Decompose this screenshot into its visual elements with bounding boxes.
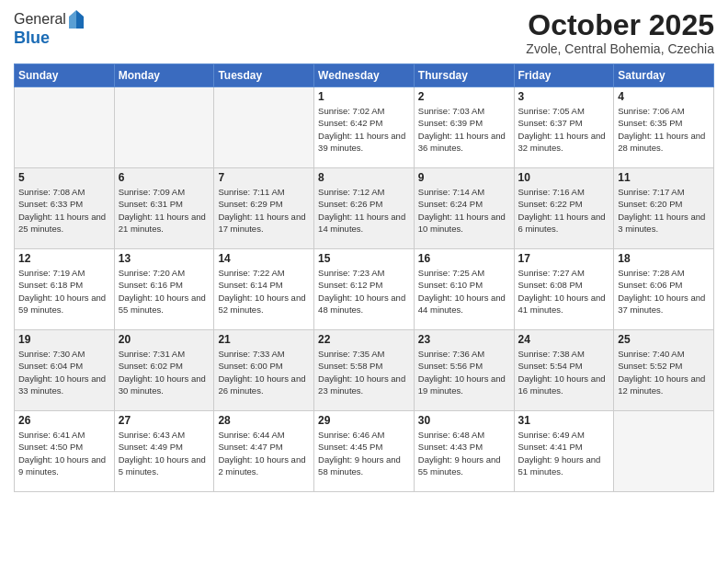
logo-icon bbox=[68, 9, 85, 29]
table-row: 19Sunrise: 7:30 AMSunset: 6:04 PMDayligh… bbox=[15, 330, 115, 411]
col-sunday: Sunday bbox=[15, 64, 115, 87]
day-info: Sunrise: 7:17 AMSunset: 6:20 PMDaylight:… bbox=[618, 186, 710, 235]
day-number: 4 bbox=[618, 90, 710, 103]
day-info: Sunrise: 6:41 AMSunset: 4:50 PMDaylight:… bbox=[18, 429, 110, 477]
header: General Blue October 2025 Zvole, Central… bbox=[14, 9, 714, 56]
day-number: 31 bbox=[518, 414, 610, 427]
day-number: 7 bbox=[218, 171, 310, 184]
day-number: 5 bbox=[18, 171, 110, 184]
table-row: 16Sunrise: 7:25 AMSunset: 6:10 PMDayligh… bbox=[414, 249, 514, 330]
day-number: 14 bbox=[218, 252, 310, 265]
day-number: 28 bbox=[218, 414, 310, 427]
calendar-week-row: 1Sunrise: 7:02 AMSunset: 6:42 PMDaylight… bbox=[15, 87, 714, 168]
day-number: 3 bbox=[518, 90, 610, 103]
day-number: 9 bbox=[418, 171, 510, 184]
col-tuesday: Tuesday bbox=[214, 64, 314, 87]
day-number: 13 bbox=[119, 252, 210, 265]
day-number: 25 bbox=[618, 333, 710, 346]
title-block: October 2025 Zvole, Central Bohemia, Cze… bbox=[526, 9, 714, 56]
col-friday: Friday bbox=[514, 64, 614, 87]
day-number: 1 bbox=[318, 90, 410, 103]
day-number: 6 bbox=[119, 171, 210, 184]
day-info: Sunrise: 6:46 AMSunset: 4:45 PMDaylight:… bbox=[318, 429, 410, 477]
table-row: 27Sunrise: 6:43 AMSunset: 4:49 PMDayligh… bbox=[114, 411, 214, 492]
day-info: Sunrise: 7:06 AMSunset: 6:35 PMDaylight:… bbox=[618, 105, 710, 154]
day-info: Sunrise: 7:12 AMSunset: 6:26 PMDaylight:… bbox=[318, 186, 410, 235]
table-row: 3Sunrise: 7:05 AMSunset: 6:37 PMDaylight… bbox=[514, 87, 614, 168]
day-info: Sunrise: 6:44 AMSunset: 4:47 PMDaylight:… bbox=[218, 429, 310, 477]
table-row: 14Sunrise: 7:22 AMSunset: 6:14 PMDayligh… bbox=[214, 249, 314, 330]
day-number: 11 bbox=[618, 171, 710, 184]
day-info: Sunrise: 7:19 AMSunset: 6:18 PMDaylight:… bbox=[18, 267, 110, 316]
day-number: 20 bbox=[119, 333, 210, 346]
day-number: 8 bbox=[318, 171, 410, 184]
table-row: 17Sunrise: 7:27 AMSunset: 6:08 PMDayligh… bbox=[514, 249, 614, 330]
table-row: 9Sunrise: 7:14 AMSunset: 6:24 PMDaylight… bbox=[414, 168, 514, 249]
day-number: 17 bbox=[518, 252, 610, 265]
day-info: Sunrise: 7:08 AMSunset: 6:33 PMDaylight:… bbox=[18, 186, 110, 235]
day-info: Sunrise: 7:05 AMSunset: 6:37 PMDaylight:… bbox=[518, 105, 610, 154]
day-number: 15 bbox=[318, 252, 410, 265]
table-row: 29Sunrise: 6:46 AMSunset: 4:45 PMDayligh… bbox=[314, 411, 415, 492]
table-row: 31Sunrise: 6:49 AMSunset: 4:41 PMDayligh… bbox=[514, 411, 614, 492]
table-row: 1Sunrise: 7:02 AMSunset: 6:42 PMDaylight… bbox=[314, 87, 415, 168]
table-row: 4Sunrise: 7:06 AMSunset: 6:35 PMDaylight… bbox=[614, 87, 714, 168]
calendar-table: Sunday Monday Tuesday Wednesday Thursday… bbox=[14, 63, 714, 492]
day-number: 21 bbox=[218, 333, 310, 346]
day-info: Sunrise: 7:31 AMSunset: 6:02 PMDaylight:… bbox=[119, 348, 210, 396]
day-number: 23 bbox=[418, 333, 510, 346]
col-thursday: Thursday bbox=[414, 64, 514, 87]
day-info: Sunrise: 7:28 AMSunset: 6:06 PMDaylight:… bbox=[618, 267, 710, 316]
day-info: Sunrise: 6:48 AMSunset: 4:43 PMDaylight:… bbox=[418, 429, 510, 477]
day-info: Sunrise: 7:40 AMSunset: 5:52 PMDaylight:… bbox=[618, 348, 710, 396]
day-info: Sunrise: 7:09 AMSunset: 6:31 PMDaylight:… bbox=[119, 186, 210, 235]
calendar-week-row: 26Sunrise: 6:41 AMSunset: 4:50 PMDayligh… bbox=[15, 411, 714, 492]
day-info: Sunrise: 7:22 AMSunset: 6:14 PMDaylight:… bbox=[218, 267, 310, 316]
day-info: Sunrise: 7:02 AMSunset: 6:42 PMDaylight:… bbox=[318, 105, 410, 154]
table-row: 13Sunrise: 7:20 AMSunset: 6:16 PMDayligh… bbox=[114, 249, 214, 330]
day-number: 18 bbox=[618, 252, 710, 265]
table-row: 30Sunrise: 6:48 AMSunset: 4:43 PMDayligh… bbox=[414, 411, 514, 492]
location-title: Zvole, Central Bohemia, Czechia bbox=[526, 41, 714, 56]
day-info: Sunrise: 7:27 AMSunset: 6:08 PMDaylight:… bbox=[518, 267, 610, 316]
day-info: Sunrise: 7:03 AMSunset: 6:39 PMDaylight:… bbox=[418, 105, 510, 154]
day-number: 26 bbox=[18, 414, 110, 427]
logo-general-text: General bbox=[14, 11, 66, 28]
day-number: 12 bbox=[18, 252, 110, 265]
col-wednesday: Wednesday bbox=[314, 64, 415, 87]
day-number: 22 bbox=[318, 333, 410, 346]
day-number: 24 bbox=[518, 333, 610, 346]
day-info: Sunrise: 6:43 AMSunset: 4:49 PMDaylight:… bbox=[119, 429, 210, 477]
day-info: Sunrise: 7:20 AMSunset: 6:16 PMDaylight:… bbox=[119, 267, 210, 316]
table-row: 20Sunrise: 7:31 AMSunset: 6:02 PMDayligh… bbox=[114, 330, 214, 411]
table-row bbox=[15, 87, 115, 168]
day-info: Sunrise: 7:25 AMSunset: 6:10 PMDaylight:… bbox=[418, 267, 510, 316]
table-row: 24Sunrise: 7:38 AMSunset: 5:54 PMDayligh… bbox=[514, 330, 614, 411]
day-info: Sunrise: 6:49 AMSunset: 4:41 PMDaylight:… bbox=[518, 429, 610, 477]
day-number: 27 bbox=[119, 414, 210, 427]
table-row: 12Sunrise: 7:19 AMSunset: 6:18 PMDayligh… bbox=[15, 249, 115, 330]
day-info: Sunrise: 7:35 AMSunset: 5:58 PMDaylight:… bbox=[318, 348, 410, 396]
logo-blue-text: Blue bbox=[14, 29, 86, 48]
day-info: Sunrise: 7:36 AMSunset: 5:56 PMDaylight:… bbox=[418, 348, 510, 396]
logo: General Blue bbox=[14, 9, 86, 48]
table-row: 15Sunrise: 7:23 AMSunset: 6:12 PMDayligh… bbox=[314, 249, 415, 330]
svg-marker-1 bbox=[69, 10, 76, 29]
table-row bbox=[114, 87, 214, 168]
day-number: 29 bbox=[318, 414, 410, 427]
table-row: 22Sunrise: 7:35 AMSunset: 5:58 PMDayligh… bbox=[314, 330, 415, 411]
month-title: October 2025 bbox=[526, 9, 714, 41]
col-saturday: Saturday bbox=[614, 64, 714, 87]
table-row bbox=[214, 87, 314, 168]
day-info: Sunrise: 7:33 AMSunset: 6:00 PMDaylight:… bbox=[218, 348, 310, 396]
table-row: 5Sunrise: 7:08 AMSunset: 6:33 PMDaylight… bbox=[15, 168, 115, 249]
day-info: Sunrise: 7:30 AMSunset: 6:04 PMDaylight:… bbox=[18, 348, 110, 396]
table-row: 21Sunrise: 7:33 AMSunset: 6:00 PMDayligh… bbox=[214, 330, 314, 411]
day-info: Sunrise: 7:14 AMSunset: 6:24 PMDaylight:… bbox=[418, 186, 510, 235]
calendar-week-row: 5Sunrise: 7:08 AMSunset: 6:33 PMDaylight… bbox=[15, 168, 714, 249]
day-info: Sunrise: 7:16 AMSunset: 6:22 PMDaylight:… bbox=[518, 186, 610, 235]
day-info: Sunrise: 7:38 AMSunset: 5:54 PMDaylight:… bbox=[518, 348, 610, 396]
table-row: 23Sunrise: 7:36 AMSunset: 5:56 PMDayligh… bbox=[414, 330, 514, 411]
table-row: 6Sunrise: 7:09 AMSunset: 6:31 PMDaylight… bbox=[114, 168, 214, 249]
table-row: 25Sunrise: 7:40 AMSunset: 5:52 PMDayligh… bbox=[614, 330, 714, 411]
